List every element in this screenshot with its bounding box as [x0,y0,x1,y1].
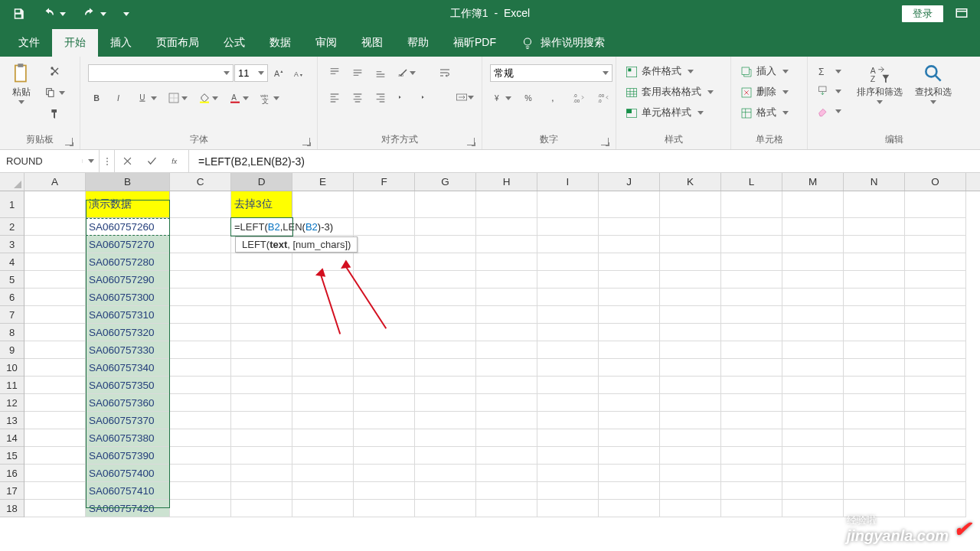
cell-A3[interactable] [24,236,86,253]
cell-C3[interactable] [170,236,231,253]
qat-customize[interactable] [123,12,129,16]
cell-L16[interactable] [721,465,782,482]
cell-B3[interactable]: SA060757270 [86,236,170,253]
cell-E16[interactable] [292,465,354,482]
cell-K18[interactable] [660,500,721,517]
cell-J8[interactable] [599,324,660,341]
cell-N15[interactable] [844,447,905,465]
cell-B5[interactable]: SA060757290 [86,271,170,289]
font-size-select[interactable]: 11 [234,64,268,82]
cell-O12[interactable] [905,394,966,412]
cell-C2[interactable] [170,218,231,236]
cell-L1[interactable] [721,191,782,218]
cell-B17[interactable]: SA060757410 [86,482,170,500]
name-box[interactable]: ROUND [0,155,82,167]
tab-help[interactable]: 帮助 [395,29,441,57]
cell-F5[interactable] [354,271,415,289]
cell-F1[interactable] [354,191,415,218]
row-header-2[interactable]: 2 [0,218,24,236]
cell-B9[interactable]: SA060757330 [86,341,170,359]
cell-F4[interactable] [354,253,415,271]
merge-button[interactable] [452,89,477,106]
cell-N3[interactable] [844,236,905,253]
cell-J14[interactable] [599,429,660,447]
align-middle-button[interactable] [348,64,367,81]
cell-O6[interactable] [905,289,966,306]
cell-F10[interactable] [354,359,415,377]
align-dialog-launcher[interactable] [467,138,475,146]
decrease-indent-button[interactable] [394,89,413,106]
cell-J9[interactable] [599,341,660,359]
format-cells-button[interactable]: 格式 [737,104,792,122]
cell-I15[interactable] [537,447,599,465]
autosum-button[interactable]: Σ [814,63,844,80]
col-header-I[interactable]: I [537,173,599,191]
clipboard-dialog-launcher[interactable] [65,138,74,146]
row-header-6[interactable]: 6 [0,289,24,306]
tab-page-layout[interactable]: 页面布局 [144,29,211,57]
cell-B13[interactable]: SA060757370 [86,412,170,429]
row-header-3[interactable]: 3 [0,236,24,253]
cell-J11[interactable] [599,377,660,394]
col-header-A[interactable]: A [24,173,86,191]
row-header-5[interactable]: 5 [0,271,24,289]
number-format-select[interactable]: 常规 [490,64,612,82]
cell-O5[interactable] [905,271,966,289]
cell-M17[interactable] [782,482,844,500]
cell-N5[interactable] [844,271,905,289]
cell-J1[interactable] [599,191,660,218]
cell-I7[interactable] [537,306,599,324]
cell-H5[interactable] [476,271,537,289]
cell-H2[interactable] [476,218,537,236]
cell-B7[interactable]: SA060757310 [86,306,170,324]
cell-H15[interactable] [476,447,537,465]
cell-F11[interactable] [354,377,415,394]
cell-O15[interactable] [905,447,966,465]
worksheet-grid[interactable]: 123456789101112131415161718 ABCDEFGHIJKL… [0,173,980,551]
comma-style-button[interactable]: , [545,90,564,106]
login-button[interactable]: 登录 [902,5,943,22]
cell-F9[interactable] [354,341,415,359]
increase-font-button[interactable]: A▲ [270,65,288,82]
cell-O7[interactable] [905,306,966,324]
cell-B14[interactable]: SA060757380 [86,429,170,447]
decrease-font-button[interactable]: A▼ [289,65,308,82]
formula-expand[interactable] [100,150,115,172]
cell-K12[interactable] [660,394,721,412]
cell-N8[interactable] [844,324,905,341]
cell-E9[interactable] [292,341,354,359]
cell-I11[interactable] [537,377,599,394]
cut-button[interactable] [41,63,68,80]
cell-K8[interactable] [660,324,721,341]
delete-cells-button[interactable]: 删除 [737,83,792,101]
col-header-N[interactable]: N [844,173,905,191]
bold-button[interactable]: B [88,90,106,106]
cell-I14[interactable] [537,429,599,447]
align-left-button[interactable] [325,89,344,106]
cell-E13[interactable] [292,412,354,429]
cell-styles-button[interactable]: 单元格样式 [622,104,707,122]
cell-L14[interactable] [721,429,782,447]
cell-A16[interactable] [24,465,86,482]
cell-D15[interactable] [231,447,292,465]
cell-A12[interactable] [24,394,86,412]
cell-K1[interactable] [660,191,721,218]
phonetic-button[interactable]: wén文 [256,90,283,106]
cell-J17[interactable] [599,482,660,500]
fill-button[interactable] [814,83,844,99]
cell-K11[interactable] [660,377,721,394]
find-select-button[interactable]: 查找和选 [909,60,958,107]
cell-H8[interactable] [476,324,537,341]
cell-K6[interactable] [660,289,721,306]
cell-J6[interactable] [599,289,660,306]
cell-A11[interactable] [24,377,86,394]
cell-M12[interactable] [782,394,844,412]
ribbon-display-button[interactable] [955,6,969,22]
cell-J16[interactable] [599,465,660,482]
cell-H18[interactable] [476,500,537,517]
cell-D9[interactable] [231,341,292,359]
cell-L2[interactable] [721,218,782,236]
cell-G13[interactable] [415,412,476,429]
cell-C18[interactable] [170,500,231,517]
font-name-select[interactable] [88,64,234,82]
